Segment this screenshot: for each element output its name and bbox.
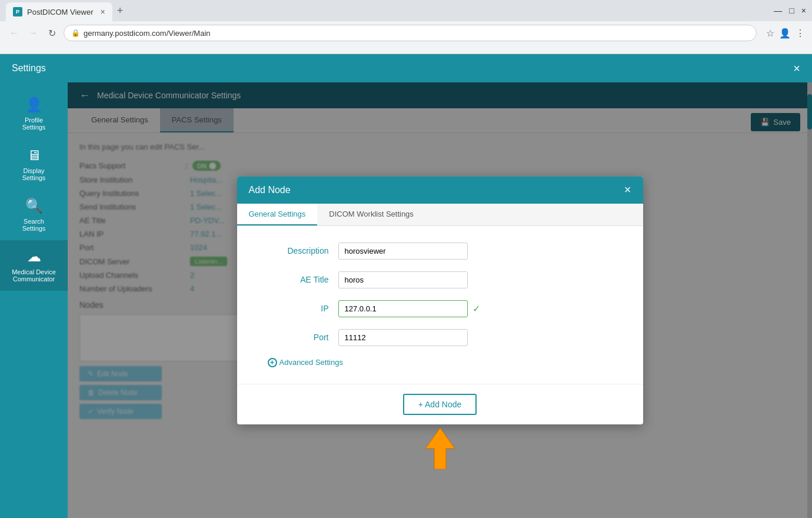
address-text: germany.postdicom.com/Viewer/Main [84,29,211,38]
bookmark-icon[interactable]: ☆ [766,28,774,39]
port-row: Port [258,329,622,346]
sidebar-item-display[interactable]: 🖥 Display Settings [0,139,68,190]
browser-right-controls: ☆ 👤 ⋮ [766,28,805,39]
description-row: Description [258,243,622,260]
dialog-body: Description AE Title IP [237,226,643,384]
dialog-tab-dicom[interactable]: DICOM Worklist Settings [317,204,425,225]
ip-input-wrapper: ✓ [338,300,480,317]
sidebar-item-profile[interactable]: 👤 Profile Settings [0,88,68,139]
settings-modal-close-btn[interactable]: × [793,62,800,75]
app-container: Settings × 👤 Profile Settings 🖥 Display … [0,54,812,518]
menu-icon[interactable]: ⋮ [796,28,805,39]
settings-modal: Settings × 👤 Profile Settings 🖥 Display … [0,54,812,518]
tab-close-btn[interactable]: × [100,7,105,16]
maximize-btn[interactable]: □ [789,6,794,15]
ip-row: IP ✓ [258,300,622,317]
dialog-header: Add Node × [237,177,643,204]
tab-title: PostDICOM Viewer [27,8,93,16]
svg-marker-0 [425,428,455,469]
description-label: Description [258,246,329,255]
port-input[interactable] [338,329,468,346]
browser-chrome: P PostDICOM Viewer × + — □ × ← → ↻ 🔒 ger… [0,0,812,54]
browser-controls: ← → ↻ 🔒 germany.postdicom.com/Viewer/Mai… [0,21,812,45]
dialog-title: Add Node [249,185,291,195]
tab-favicon: P [13,7,22,16]
ae-title-input[interactable] [338,271,468,288]
description-input[interactable] [338,243,468,260]
sidebar-item-display-label: Display Settings [22,167,46,181]
dialog-footer: + Add Node [237,384,643,424]
profile-icon[interactable]: 👤 [779,28,791,39]
ip-label: IP [258,304,329,313]
settings-modal-body: 👤 Profile Settings 🖥 Display Settings 🔍 … [0,82,812,518]
display-icon: 🖥 [27,147,41,164]
ae-title-label: AE Title [258,275,329,284]
advanced-settings-section: + Advanced Settings [258,358,622,367]
sidebar: 👤 Profile Settings 🖥 Display Settings 🔍 … [0,82,68,518]
forward-btn[interactable]: → [26,26,40,40]
advanced-settings-link[interactable]: + Advanced Settings [268,358,622,367]
settings-content: ← Medical Device Communicator Settings G… [68,82,812,518]
medical-icon: ☁ [27,248,41,265]
plus-circle-icon: + [268,358,277,367]
back-btn[interactable]: ← [7,26,21,40]
browser-titlebar: P PostDICOM Viewer × + — □ × [0,0,812,21]
port-label: Port [258,333,329,342]
ae-title-row: AE Title [258,271,622,288]
close-btn[interactable]: × [801,6,806,15]
refresh-btn[interactable]: ↻ [45,26,59,40]
arrow-indicator [425,428,455,471]
dialog-overlay: Add Node × General Settings DICOM Workli… [68,82,812,518]
sidebar-item-medical-label: Medical Device Communicator [12,268,56,283]
dialog-wrapper: Add Node × General Settings DICOM Workli… [237,177,643,424]
ip-input[interactable] [338,300,468,317]
profile-icon: 👤 [25,97,43,113]
sidebar-item-search-label: Search Settings [22,218,46,232]
settings-modal-header: Settings × [0,54,812,82]
up-arrow-svg [425,428,455,469]
new-tab-btn[interactable]: + [117,5,124,17]
dialog-close-btn[interactable]: × [624,183,631,197]
sidebar-item-medical[interactable]: ☁ Medical Device Communicator [0,240,68,291]
ip-valid-icon: ✓ [472,303,480,314]
add-node-submit-btn[interactable]: + Add Node [403,394,477,415]
lock-icon: 🔒 [71,29,80,37]
address-bar[interactable]: 🔒 germany.postdicom.com/Viewer/Main [64,25,757,41]
sidebar-item-profile-label: Profile Settings [22,117,46,131]
minimize-btn[interactable]: — [774,6,782,15]
add-node-dialog: Add Node × General Settings DICOM Workli… [237,177,643,424]
window-controls: — □ × [774,6,806,15]
search-icon: 🔍 [25,198,43,214]
browser-tab[interactable]: P PostDICOM Viewer × [6,2,112,21]
dialog-tab-general[interactable]: General Settings [237,204,318,225]
sidebar-item-search[interactable]: 🔍 Search Settings [0,190,68,240]
settings-modal-title: Settings [12,63,46,74]
dialog-tabs: General Settings DICOM Worklist Settings [237,204,643,226]
